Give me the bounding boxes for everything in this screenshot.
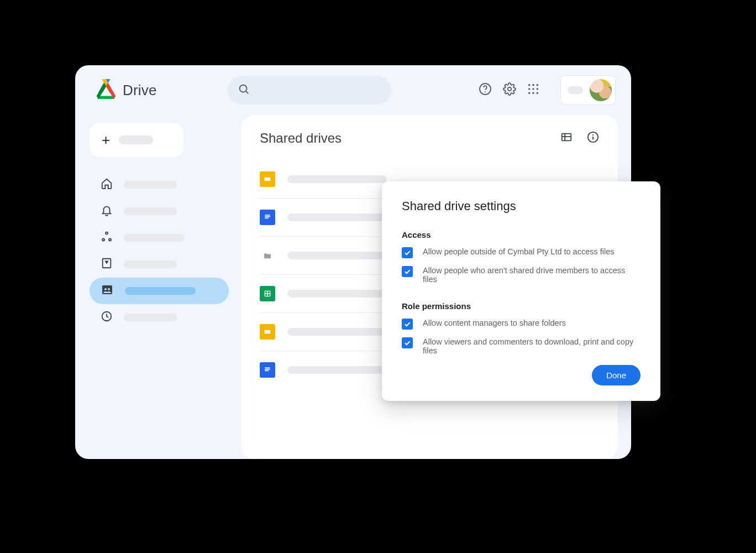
svg-point-8: [528, 88, 531, 90]
setting-label: Allow content managers to share folders: [423, 319, 566, 327]
account-chip[interactable]: [560, 75, 616, 105]
folder-file-icon: [260, 248, 275, 263]
svg-point-4: [508, 87, 511, 91]
svg-point-0: [239, 85, 246, 92]
app-logo-lockup: Drive: [95, 79, 157, 101]
new-button[interactable]: +: [90, 123, 183, 157]
svg-point-19: [104, 288, 107, 290]
setting-label: Allow people outside of Cymbal Pty Ltd t…: [423, 247, 615, 256]
checkbox-checked-icon: [402, 266, 413, 277]
dialog-title: Shared drive settings: [402, 199, 641, 213]
svg-point-15: [102, 238, 104, 241]
svg-rect-26: [265, 178, 271, 181]
file-name-placeholder: [287, 366, 387, 374]
setting-label: Allow viewers and commenters to download…: [423, 337, 641, 355]
app-title: Drive: [123, 82, 157, 99]
file-name-placeholder: [287, 175, 387, 183]
done-button[interactable]: Done: [592, 365, 641, 385]
sidebar-item-label-placeholder: [125, 287, 196, 295]
svg-point-7: [537, 84, 539, 86]
svg-point-13: [537, 92, 539, 95]
search-icon: [238, 83, 250, 97]
file-name-placeholder: [287, 328, 387, 336]
docs-file-icon: [260, 362, 275, 378]
gear-icon[interactable]: [503, 82, 516, 98]
search-input[interactable]: [228, 76, 391, 105]
svg-point-16: [109, 238, 111, 241]
svg-point-12: [532, 92, 534, 95]
setting-viewers-download-print-copy[interactable]: Allow viewers and commenters to download…: [402, 337, 641, 355]
checkbox-checked-icon: [402, 319, 413, 330]
sidebar-item-home[interactable]: [90, 171, 229, 198]
sidebar: +: [75, 115, 241, 459]
help-icon[interactable]: [479, 82, 492, 98]
setting-label: Allow people who aren't shared drive mem…: [423, 266, 641, 284]
sidebar-item-label-placeholder: [124, 314, 177, 321]
svg-point-20: [108, 288, 110, 290]
sidebar-item-shared-drives[interactable]: [90, 278, 229, 304]
sidebar-item-recent[interactable]: [90, 304, 229, 331]
checkbox-checked-icon: [402, 247, 413, 258]
plus-icon: +: [102, 133, 110, 147]
account-label-placeholder: [568, 86, 583, 94]
sidebar-item-shared[interactable]: [90, 225, 229, 251]
file-name-placeholder: [287, 252, 387, 259]
setting-allow-external-access[interactable]: Allow people outside of Cymbal Pty Ltd t…: [402, 247, 641, 258]
dialog-section-heading: Role permissions: [402, 301, 641, 311]
svg-line-1: [246, 91, 248, 93]
clock-icon: [101, 310, 113, 325]
sidebar-item-label-placeholder: [124, 260, 177, 268]
page-title: Shared drives: [260, 131, 342, 146]
list-view-icon[interactable]: [560, 131, 573, 145]
svg-point-5: [528, 84, 531, 86]
shared-drive-settings-dialog: Shared drive settings Access Allow peopl…: [382, 181, 660, 401]
sidebar-item-my-drive[interactable]: [90, 251, 229, 278]
docs-file-icon: [260, 210, 275, 225]
home-icon: [101, 178, 113, 192]
svg-point-9: [532, 88, 534, 90]
svg-point-10: [537, 88, 539, 90]
sheets-file-icon: [260, 286, 275, 301]
checkbox-checked-icon: [402, 337, 413, 348]
svg-point-14: [106, 232, 108, 234]
svg-point-11: [528, 92, 531, 95]
sidebar-item-label-placeholder: [124, 207, 177, 215]
bell-icon: [101, 204, 113, 218]
info-icon[interactable]: [587, 131, 599, 145]
shared-drives-icon: [101, 283, 114, 299]
header-actions: [479, 75, 616, 105]
dialog-section-heading: Access: [402, 230, 641, 239]
avatar: [590, 79, 612, 101]
header: Drive: [75, 65, 631, 115]
apps-grid-icon[interactable]: [527, 83, 539, 97]
new-button-label-placeholder: [119, 135, 153, 144]
sidebar-item-label-placeholder: [124, 234, 185, 242]
file-name-placeholder: [287, 290, 387, 298]
setting-allow-nonmember-access[interactable]: Allow people who aren't shared drive mem…: [402, 266, 641, 284]
svg-rect-27: [265, 330, 271, 334]
sidebar-item-notifications[interactable]: [90, 198, 229, 225]
file-name-placeholder: [287, 213, 387, 221]
svg-point-6: [532, 84, 534, 86]
svg-point-25: [592, 134, 594, 135]
my-drive-icon: [101, 257, 113, 272]
slides-file-icon: [260, 324, 275, 340]
slides-file-icon: [260, 171, 275, 187]
drive-logo-icon: [95, 79, 117, 101]
share-icon: [101, 231, 113, 245]
svg-point-3: [485, 91, 486, 92]
setting-managers-share-folders[interactable]: Allow content managers to share folders: [402, 319, 641, 330]
sidebar-item-label-placeholder: [124, 181, 177, 189]
